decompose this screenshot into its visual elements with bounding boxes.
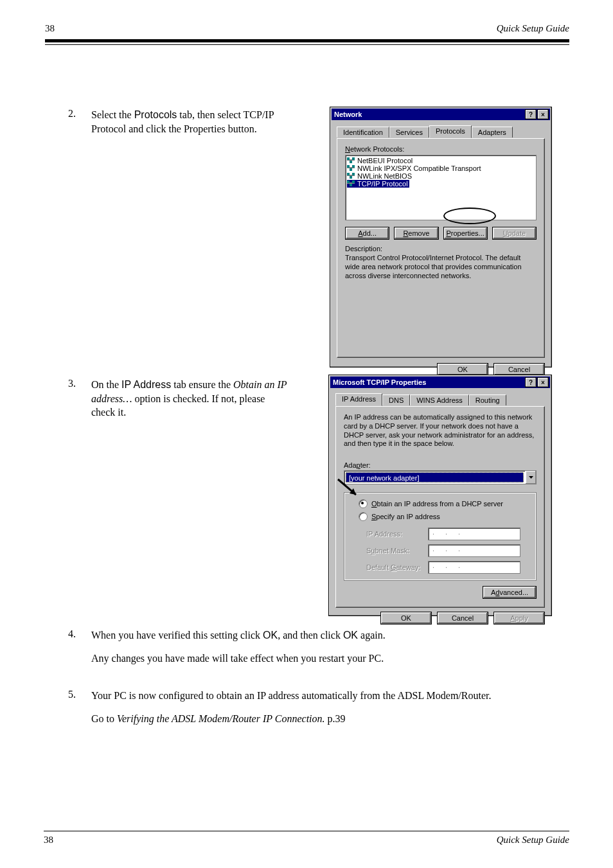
text: On the bbox=[91, 379, 121, 390]
tab-routing[interactable]: Routing bbox=[469, 394, 506, 405]
subnet-mask-label: Subnet Mask: bbox=[366, 547, 428, 554]
text-bold: IP Address bbox=[121, 379, 171, 390]
text: p.39 bbox=[325, 713, 346, 724]
tab-dns[interactable]: DNS bbox=[382, 394, 410, 405]
page-footer-number: 38 bbox=[44, 835, 53, 846]
text: Any changes you have made will take effe… bbox=[91, 653, 384, 664]
protocol-icon bbox=[347, 157, 355, 164]
step-3-text: On the IP Address tab ensure the Obtain … bbox=[91, 378, 290, 420]
remove-button[interactable]: Remove bbox=[394, 227, 438, 240]
ok-button[interactable]: OK bbox=[437, 363, 488, 376]
list-item[interactable]: NWLink IPX/SPX Compatible Transport bbox=[347, 164, 535, 172]
radio-icon bbox=[359, 512, 368, 521]
text: , and then click bbox=[278, 630, 343, 641]
properties-button[interactable]: Properties... bbox=[443, 227, 488, 240]
window-title: Network bbox=[334, 111, 362, 118]
step-2-number: 2. bbox=[68, 108, 76, 120]
tab-identification[interactable]: Identification bbox=[337, 127, 389, 137]
close-icon[interactable]: × bbox=[537, 377, 549, 387]
tcpip-properties-dialog: Microsoft TCP/IP Properties ? × IP Addre… bbox=[328, 375, 552, 616]
window-title: Microsoft TCP/IP Properties bbox=[333, 378, 426, 386]
add-button[interactable]: Add... bbox=[345, 227, 389, 240]
tab-protocols[interactable]: Protocols bbox=[429, 125, 472, 138]
page-header-title: Quick Setup Guide bbox=[497, 23, 569, 34]
footer-rule bbox=[44, 831, 569, 831]
network-protocols-label: Network Protocols: bbox=[345, 145, 537, 153]
header-rule bbox=[45, 39, 569, 42]
tab-adapters[interactable]: Adapters bbox=[472, 127, 513, 137]
text-bold: OK bbox=[263, 630, 278, 641]
help-icon[interactable]: ? bbox=[525, 377, 537, 387]
advanced-button[interactable]: Advanced... bbox=[483, 586, 537, 599]
text-italic: Verifying the ADSL Modem/Router IP Conne… bbox=[117, 713, 325, 724]
callout-arrow-icon bbox=[337, 478, 362, 504]
adapter-combo[interactable]: [your network adapter] bbox=[344, 470, 537, 484]
description-text: Transport Control Protocol/Internet Prot… bbox=[345, 254, 537, 280]
text: Select the bbox=[91, 109, 134, 120]
radio-obtain-ip[interactable]: Obtain an IP address from a DHCP server bbox=[359, 499, 531, 508]
subnet-mask-input: ... bbox=[428, 544, 520, 557]
protocol-icon bbox=[347, 181, 355, 188]
page-header-number: 38 bbox=[45, 23, 55, 34]
ip-blurb: An IP address can be automatically assig… bbox=[344, 413, 537, 448]
tabs-row: IP AddressDNSWINS AddressRouting bbox=[335, 393, 545, 406]
text-bold: OK bbox=[343, 630, 358, 641]
close-icon[interactable]: × bbox=[537, 109, 549, 120]
tab-wins-address[interactable]: WINS Address bbox=[410, 394, 469, 405]
list-item-label: NWLink NetBIOS bbox=[357, 172, 412, 180]
step-3-number: 3. bbox=[68, 378, 76, 389]
list-item-label: NetBEUI Protocol bbox=[357, 157, 413, 164]
list-item-label: NWLink IPX/SPX Compatible Transport bbox=[357, 164, 481, 172]
default-gateway-input: ... bbox=[428, 561, 520, 574]
step-2-text: Select the Protocols tab, then select TC… bbox=[91, 108, 290, 136]
ip-address-input: ... bbox=[428, 527, 520, 540]
tab-services[interactable]: Services bbox=[389, 127, 429, 137]
adapter-selected-value: [your network adapter] bbox=[346, 472, 524, 483]
cancel-button[interactable]: Cancel bbox=[493, 363, 545, 376]
text-bold: Protocols bbox=[134, 109, 177, 120]
help-icon[interactable]: ? bbox=[525, 109, 537, 120]
protocol-listbox[interactable]: NetBEUI Protocol NWLink IPX/SPX Compatib… bbox=[345, 155, 537, 220]
apply-button: Apply bbox=[493, 612, 545, 624]
chevron-down-icon[interactable] bbox=[525, 471, 536, 484]
radio-specify-ip[interactable]: Specify an IP address bbox=[359, 512, 531, 521]
protocol-icon bbox=[347, 173, 355, 180]
page-footer-title: Quick Setup Guide bbox=[497, 835, 569, 846]
ip-address-label: IP Address: bbox=[366, 530, 428, 538]
text: When you have verified this setting clic… bbox=[91, 630, 263, 641]
step-4-number: 4. bbox=[68, 628, 76, 640]
titlebar: Microsoft TCP/IP Properties ? × bbox=[330, 376, 550, 388]
list-item[interactable]: NetBEUI Protocol bbox=[347, 157, 535, 164]
list-item[interactable]: NWLink NetBIOS bbox=[347, 172, 535, 180]
svg-marker-0 bbox=[529, 476, 533, 479]
description-label: Description: bbox=[345, 245, 537, 252]
text: Your PC is now configured to obtain an I… bbox=[91, 690, 491, 701]
default-gateway-label: Default Gateway: bbox=[366, 563, 428, 571]
tabs-row: IdentificationServicesProtocolsAdaptersB… bbox=[337, 125, 545, 138]
list-item-label: TCP/IP Protocol bbox=[357, 180, 408, 188]
text: Go to bbox=[91, 713, 117, 724]
titlebar: Network ? × bbox=[332, 109, 550, 120]
text: again. bbox=[358, 630, 386, 641]
network-dialog: Network ? × IdentificationServicesProtoc… bbox=[330, 107, 552, 368]
ok-button[interactable]: OK bbox=[380, 612, 432, 624]
list-item[interactable]: TCP/IP Protocol bbox=[347, 180, 409, 188]
protocol-icon bbox=[347, 165, 355, 172]
step-5-number: 5. bbox=[68, 689, 76, 700]
header-sub-rule bbox=[45, 44, 569, 45]
cancel-button[interactable]: Cancel bbox=[437, 612, 488, 624]
adapter-label: Adapter: bbox=[344, 461, 537, 469]
step-4-text: When you have verified this setting clic… bbox=[91, 628, 541, 665]
update-button: Update bbox=[492, 227, 537, 240]
text: tab ensure the bbox=[171, 379, 233, 390]
tab-ip-address[interactable]: IP Address bbox=[335, 393, 382, 406]
step-5-text: Your PC is now configured to obtain an I… bbox=[91, 689, 553, 725]
